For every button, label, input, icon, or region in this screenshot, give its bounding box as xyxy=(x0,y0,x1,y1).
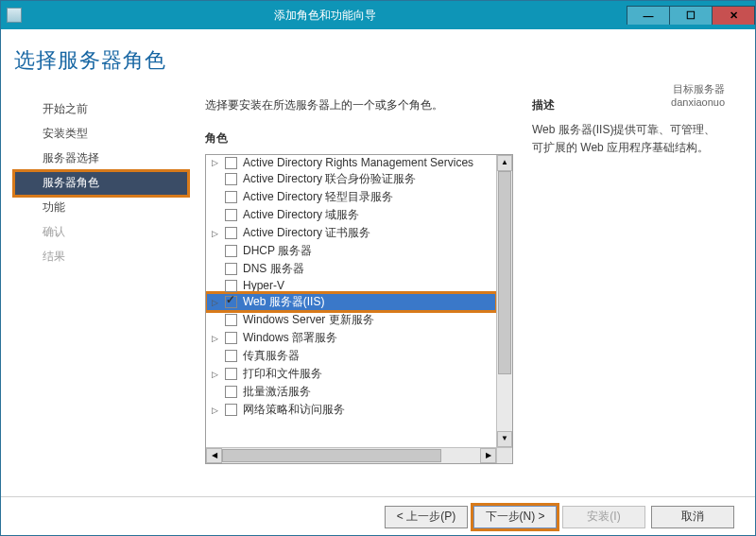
expand-icon[interactable]: ▷ xyxy=(210,334,219,343)
expand-icon[interactable]: ▷ xyxy=(210,406,219,415)
window-title: 添加角色和功能向导 xyxy=(22,8,627,24)
role-label: Active Directory 联合身份验证服务 xyxy=(243,171,416,187)
page-title: 选择服务器角色 xyxy=(14,46,188,75)
nav-item-0[interactable]: 开始之前 xyxy=(14,97,188,122)
expand-icon[interactable]: ▷ xyxy=(210,298,219,307)
role-label: 批量激活服务 xyxy=(243,384,311,400)
role-checkbox[interactable] xyxy=(225,350,237,362)
expand-icon[interactable]: ▷ xyxy=(210,158,219,167)
scroll-right-button[interactable]: ▶ xyxy=(480,448,496,463)
role-checkbox[interactable] xyxy=(225,280,237,292)
horizontal-scrollbar[interactable]: ◀ ▶ xyxy=(206,447,496,463)
role-label: Hyper-V xyxy=(243,279,284,292)
role-label: Active Directory 轻型目录服务 xyxy=(243,189,393,205)
close-button[interactable]: ✕ xyxy=(712,6,755,25)
cancel-button[interactable]: 取消 xyxy=(651,506,734,528)
role-label: Web 服务器(IIS) xyxy=(243,294,324,310)
role-label: DNS 服务器 xyxy=(243,261,304,277)
role-item-7[interactable]: Hyper-V xyxy=(206,278,496,293)
role-checkbox[interactable] xyxy=(225,227,237,239)
wizard-window: 添加角色和功能向导 — ☐ ✕ 目标服务器 danxiaonuo 选择服务器角色… xyxy=(0,0,756,536)
role-label: Active Directory Rights Management Servi… xyxy=(243,156,473,169)
role-label: Windows 部署服务 xyxy=(243,330,337,346)
expand-icon[interactable]: ▷ xyxy=(210,370,219,379)
role-label: DHCP 服务器 xyxy=(243,243,312,259)
role-checkbox[interactable] xyxy=(225,191,237,203)
button-bar: < 上一步(P) 下一步(N) > 安装(I) 取消 xyxy=(1,496,755,536)
role-item-14[interactable]: ▷网络策略和访问服务 xyxy=(206,401,496,419)
nav-item-4[interactable]: 功能 xyxy=(14,196,188,220)
vscroll-thumb[interactable] xyxy=(498,171,511,374)
role-checkbox[interactable] xyxy=(225,263,237,275)
expand-icon[interactable]: ▷ xyxy=(210,229,219,238)
role-checkbox[interactable] xyxy=(225,245,237,257)
role-item-8[interactable]: ▷Web 服务器(IIS) xyxy=(206,293,496,311)
prev-button[interactable]: < 上一步(P) xyxy=(385,506,468,528)
roles-listbox[interactable]: ▷Active Directory Rights Management Serv… xyxy=(205,154,513,464)
role-checkbox[interactable] xyxy=(225,404,237,416)
titlebar[interactable]: 添加角色和功能向导 — ☐ ✕ xyxy=(1,1,755,29)
role-item-12[interactable]: ▷打印和文件服务 xyxy=(206,365,496,383)
role-checkbox[interactable] xyxy=(225,386,237,398)
scroll-left-button[interactable]: ◀ xyxy=(206,448,222,463)
role-label: Active Directory 域服务 xyxy=(243,207,359,223)
nav-item-2[interactable]: 服务器选择 xyxy=(14,147,188,171)
nav-item-5: 确认 xyxy=(14,220,188,245)
role-checkbox[interactable] xyxy=(225,332,237,344)
role-checkbox[interactable] xyxy=(225,173,237,185)
role-item-13[interactable]: 批量激活服务 xyxy=(206,383,496,401)
role-checkbox[interactable] xyxy=(225,314,237,326)
scrollbar-corner xyxy=(496,447,512,463)
role-label: 打印和文件服务 xyxy=(243,366,322,382)
description-text: Web 服务器(IIS)提供可靠、可管理、可扩展的 Web 应用程序基础结构。 xyxy=(532,121,721,157)
scroll-down-button[interactable]: ▼ xyxy=(497,431,512,447)
role-label: Active Directory 证书服务 xyxy=(243,225,370,241)
role-item-6[interactable]: DNS 服务器 xyxy=(206,260,496,278)
nav-item-3[interactable]: 服务器角色 xyxy=(14,171,188,196)
next-button[interactable]: 下一步(N) > xyxy=(473,506,557,528)
target-server-info: 目标服务器 danxiaonuo xyxy=(671,82,725,108)
role-item-4[interactable]: ▷Active Directory 证书服务 xyxy=(206,224,496,242)
roles-label: 角色 xyxy=(205,130,513,147)
role-label: 传真服务器 xyxy=(243,348,300,364)
wizard-nav: 开始之前安装类型服务器选择服务器角色功能确认结果 xyxy=(14,97,188,269)
role-checkbox[interactable] xyxy=(225,368,237,380)
role-item-10[interactable]: ▷Windows 部署服务 xyxy=(206,329,496,347)
vertical-scrollbar[interactable]: ▲ ▼ xyxy=(496,155,512,447)
role-checkbox[interactable] xyxy=(225,209,237,221)
hscroll-thumb[interactable] xyxy=(222,449,441,462)
role-label: Windows Server 更新服务 xyxy=(243,312,374,328)
role-item-5[interactable]: DHCP 服务器 xyxy=(206,242,496,260)
install-button: 安装(I) xyxy=(562,506,645,528)
role-item-1[interactable]: Active Directory 联合身份验证服务 xyxy=(206,170,496,188)
maximize-button[interactable]: ☐ xyxy=(669,6,713,25)
role-item-2[interactable]: Active Directory 轻型目录服务 xyxy=(206,188,496,206)
nav-item-6: 结果 xyxy=(14,245,188,269)
role-item-11[interactable]: 传真服务器 xyxy=(206,347,496,365)
scroll-up-button[interactable]: ▲ xyxy=(497,155,512,171)
instruction-text: 选择要安装在所选服务器上的一个或多个角色。 xyxy=(205,97,513,113)
role-item-3[interactable]: Active Directory 域服务 xyxy=(206,206,496,224)
role-checkbox[interactable] xyxy=(225,157,237,169)
role-item-9[interactable]: Windows Server 更新服务 xyxy=(206,311,496,329)
role-checkbox[interactable] xyxy=(225,296,237,308)
app-icon xyxy=(7,8,22,23)
role-item-0[interactable]: ▷Active Directory Rights Management Serv… xyxy=(206,155,496,170)
role-label: 网络策略和访问服务 xyxy=(243,402,345,418)
minimize-button[interactable]: — xyxy=(627,6,670,25)
target-server-hostname: danxiaonuo xyxy=(671,96,725,108)
nav-item-1[interactable]: 安装类型 xyxy=(14,122,188,147)
target-server-label: 目标服务器 xyxy=(671,82,725,96)
